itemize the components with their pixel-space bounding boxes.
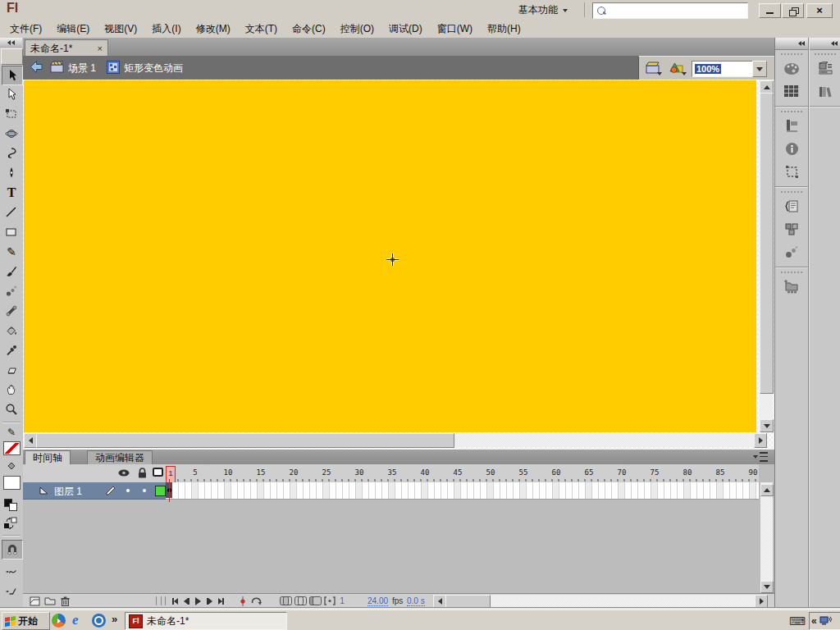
search-box[interactable] bbox=[592, 2, 748, 19]
brush-tool[interactable] bbox=[2, 262, 21, 281]
menu-control[interactable]: 控制(O) bbox=[339, 21, 376, 37]
transform-panel-button[interactable] bbox=[775, 160, 808, 183]
workspace-switcher[interactable]: 基本功能 bbox=[518, 3, 568, 17]
menu-edit[interactable]: 编辑(E) bbox=[55, 21, 91, 37]
restore-button[interactable] bbox=[782, 3, 804, 18]
layer-outline-color-swatch[interactable] bbox=[155, 486, 166, 496]
play-button[interactable] bbox=[192, 596, 203, 606]
stage-vertical-scrollbar[interactable] bbox=[760, 80, 773, 431]
layer-row[interactable]: 图层 1 bbox=[23, 482, 167, 500]
black-white-colors-button[interactable] bbox=[4, 499, 17, 510]
onion-skin-outlines-button[interactable] bbox=[294, 596, 307, 606]
menu-debug[interactable]: 调试(D) bbox=[387, 21, 424, 37]
stroke-color-swatch[interactable] bbox=[3, 441, 21, 455]
tray-collapse-chevron[interactable]: « bbox=[811, 615, 817, 627]
onion-skin-button[interactable] bbox=[279, 596, 292, 606]
paint-bucket-tool[interactable] bbox=[2, 322, 21, 340]
smooth-option[interactable] bbox=[2, 563, 21, 581]
tools-drag-handle[interactable] bbox=[1, 48, 23, 65]
layer-frames-row[interactable] bbox=[166, 482, 759, 500]
tab-timeline[interactable]: 时间轴 bbox=[25, 450, 71, 465]
eraser-tool[interactable] bbox=[2, 361, 21, 379]
minimize-button[interactable] bbox=[759, 3, 781, 18]
straighten-option[interactable] bbox=[2, 582, 21, 600]
deco-tool[interactable] bbox=[2, 282, 21, 300]
layer-lock-dot[interactable] bbox=[143, 489, 146, 492]
project-panel-button[interactable] bbox=[775, 275, 808, 298]
playhead-marker[interactable]: 1 bbox=[166, 466, 176, 483]
hand-tool[interactable] bbox=[2, 381, 21, 399]
scroll-thumb[interactable] bbox=[36, 433, 454, 448]
text-tool[interactable]: T bbox=[2, 184, 21, 202]
dock-collapse-button[interactable] bbox=[810, 38, 840, 50]
tools-collapse-header[interactable] bbox=[0, 38, 22, 48]
rotation-3d-tool[interactable] bbox=[2, 125, 21, 143]
panel-menu-button[interactable] bbox=[753, 452, 768, 462]
center-frame-button[interactable] bbox=[238, 596, 248, 606]
swatches-panel-button[interactable] bbox=[775, 80, 808, 103]
search-input[interactable] bbox=[609, 4, 747, 17]
free-transform-tool[interactable] bbox=[2, 105, 21, 123]
lock-all-layers-button[interactable] bbox=[136, 467, 148, 478]
scroll-thumb[interactable] bbox=[760, 93, 774, 394]
scroll-thumb[interactable] bbox=[445, 595, 491, 608]
internet-explorer-icon[interactable]: e bbox=[72, 612, 79, 628]
pane-resize-grip[interactable] bbox=[156, 596, 166, 605]
scroll-up-button[interactable] bbox=[760, 484, 774, 496]
scene-breadcrumb[interactable]: 场景 1 bbox=[68, 62, 96, 75]
frame-rate-value[interactable]: 24.00 bbox=[368, 596, 388, 606]
subselection-tool[interactable] bbox=[2, 85, 21, 103]
motion-presets-panel-button[interactable] bbox=[775, 240, 808, 263]
zoom-combobox[interactable]: 100% bbox=[692, 61, 756, 77]
step-forward-button[interactable] bbox=[203, 596, 215, 606]
tab-close-icon[interactable]: × bbox=[98, 43, 103, 53]
show-layers-as-outlines-button[interactable] bbox=[153, 468, 163, 477]
back-button[interactable] bbox=[30, 60, 43, 74]
library-panel-button[interactable] bbox=[810, 80, 840, 103]
pen-tool[interactable] bbox=[2, 164, 21, 182]
scroll-right-button[interactable] bbox=[754, 433, 767, 448]
snap-to-objects-toggle[interactable] bbox=[2, 540, 23, 559]
menu-help[interactable]: 帮助(H) bbox=[486, 21, 523, 37]
dock-collapse-button[interactable] bbox=[775, 38, 808, 50]
media-player-icon[interactable] bbox=[52, 614, 66, 628]
go-to-last-frame-button[interactable] bbox=[215, 596, 226, 606]
panel-group-grip[interactable] bbox=[781, 272, 802, 273]
zoom-dropdown-button[interactable] bbox=[752, 61, 767, 77]
active-task-button[interactable]: Fl 未命名-1* bbox=[125, 612, 287, 630]
go-to-first-frame-button[interactable] bbox=[169, 596, 180, 606]
bone-tool[interactable] bbox=[2, 302, 21, 320]
edit-multiple-frames-button[interactable] bbox=[308, 596, 322, 606]
menu-modify[interactable]: 修改(M) bbox=[194, 21, 232, 37]
start-button[interactable]: 开始 bbox=[2, 612, 50, 630]
rectangle-tool[interactable] bbox=[2, 223, 21, 241]
scroll-left-button[interactable] bbox=[433, 595, 446, 608]
tab-motion-editor[interactable]: 动画编辑器 bbox=[87, 450, 153, 465]
panel-group-grip[interactable] bbox=[781, 191, 802, 193]
frame-ruler[interactable]: 5 10 15 20 25 30 35 40 45 50 55 60 65 70… bbox=[166, 464, 759, 483]
elapsed-time-value[interactable]: 0.0 s bbox=[407, 596, 425, 606]
menu-insert[interactable]: 插入(I) bbox=[150, 21, 182, 37]
menu-window[interactable]: 窗口(W) bbox=[436, 21, 474, 37]
code-snippets-panel-button[interactable] bbox=[775, 194, 808, 217]
menu-file[interactable]: 文件(F) bbox=[8, 21, 43, 37]
network-tray-icon[interactable] bbox=[819, 615, 833, 627]
stage-horizontal-scrollbar[interactable] bbox=[24, 433, 767, 447]
keyboard-tray-icon[interactable]: ⌨ bbox=[789, 614, 806, 628]
menu-text[interactable]: 文本(T) bbox=[244, 21, 279, 37]
scroll-up-button[interactable] bbox=[760, 80, 774, 94]
delete-layer-button[interactable] bbox=[58, 596, 71, 606]
settings-icon[interactable] bbox=[92, 614, 106, 628]
new-layer-button[interactable] bbox=[28, 596, 41, 606]
timeline-horizontal-scrollbar[interactable] bbox=[433, 595, 766, 607]
scroll-left-button[interactable] bbox=[24, 433, 37, 448]
pencil-tool[interactable]: ✎ bbox=[2, 243, 21, 261]
layer-name[interactable]: 图层 1 bbox=[54, 485, 82, 499]
scroll-down-button[interactable] bbox=[760, 419, 774, 432]
scroll-down-button[interactable] bbox=[760, 581, 774, 593]
new-folder-button[interactable] bbox=[43, 596, 57, 606]
symbol-breadcrumb[interactable]: 矩形变色动画 bbox=[124, 62, 183, 75]
layer-visibility-dot[interactable] bbox=[126, 489, 130, 492]
scroll-right-button[interactable] bbox=[755, 595, 768, 608]
align-panel-button[interactable] bbox=[775, 114, 808, 137]
